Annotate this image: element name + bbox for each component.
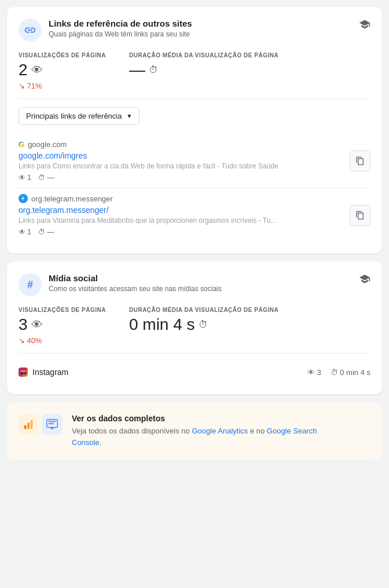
learn-icon[interactable] (359, 19, 370, 32)
social-duration-value: 0 min 4 s ⏱ (129, 315, 278, 334)
referral-domain-name-telegram: org.telegram.messenger (31, 194, 113, 203)
search-console-svg (46, 418, 58, 431)
dropdown-label: Principais links de referência (26, 112, 122, 120)
cta-title: Ver os dados completos (72, 414, 317, 423)
referral-domain-telegram: ✈ org.telegram.messenger (19, 194, 370, 203)
instagram-label: Instagram (32, 368, 68, 377)
chevron-down-icon: ▼ (126, 113, 132, 119)
svg-rect-5 (49, 423, 54, 424)
social-title-group: Mídia social Como os visitantes acessam … (49, 273, 359, 293)
copy-icon (355, 156, 365, 166)
referral-desc-google: Links para Como encontrar a cia da Web d… (19, 162, 308, 170)
referral-duration-value: — ⏱ (129, 61, 278, 79)
instagram-duration: ⏱ 0 min 4 s (331, 368, 370, 377)
instagram-name: 📷 Instagram (19, 368, 68, 377)
instagram-icon: 📷 (19, 368, 28, 377)
link-card-icon (19, 19, 42, 42)
referral-duration-metric: DURAÇÃO MÉDIA DA VISUALIZAÇÃO DE PÁGINA … (129, 52, 278, 90)
divider-2 (19, 353, 370, 354)
copy-icon-2 (355, 211, 365, 220)
link-icon (24, 24, 36, 36)
social-page-views-metric: VISUALIZAÇÕES DE PÁGINA 3 👁 ↘ 40% (19, 307, 106, 345)
svg-rect-2 (31, 420, 33, 429)
referral-dropdown-button[interactable]: Principais links de referência ▼ (19, 107, 140, 125)
social-subtitle: Como os visitantes acessam seu site nas … (49, 285, 359, 293)
referral-copy-button-google[interactable] (350, 150, 370, 171)
svg-rect-0 (24, 425, 27, 429)
referral-stats-google: 👁 1 ⏱ — (19, 174, 370, 182)
referral-duration-label: DURAÇÃO MÉDIA DA VISUALIZAÇÃO DE PÁGINA (129, 52, 278, 58)
referral-card-header: Links de referência de outros sites Quai… (19, 19, 370, 42)
referral-link-google[interactable]: google.com/imgres (19, 151, 370, 160)
cta-description: Veja todos os dados disponíveis no Googl… (72, 425, 317, 448)
referral-link-telegram[interactable]: org.telegram.messenger/ (19, 205, 370, 215)
hashtag-icon: # (27, 279, 33, 291)
eye-icon: 👁 (31, 64, 43, 77)
social-card-icon: # (19, 273, 42, 296)
search-console-icon (42, 414, 63, 435)
eye-icon-small-telegram: 👁 1 (19, 228, 31, 236)
bar-chart-icon (23, 418, 35, 431)
cta-analytics-link[interactable]: Google Analytics (192, 427, 248, 435)
social-card-header: # Mídia social Como os visitantes acessa… (19, 273, 370, 296)
referral-subtitle: Quais páginas da Web têm links para seu … (49, 30, 359, 38)
svg-rect-1 (27, 422, 30, 429)
referral-item-telegram: ✈ org.telegram.messenger org.telegram.me… (19, 188, 370, 242)
svg-rect-7 (52, 427, 53, 429)
referral-title-group: Links de referência de outros sites Quai… (49, 19, 359, 38)
social-change: ↘ 40% (19, 336, 106, 345)
social-card: # Mídia social Como os visitantes acessa… (7, 262, 382, 394)
referral-page-views-value: 2 👁 (19, 61, 106, 79)
referral-copy-button-telegram[interactable] (350, 205, 370, 226)
referral-card: Links de referência de outros sites Quai… (7, 7, 382, 253)
cta-icons (19, 414, 63, 435)
cta-desc-prefix: Veja todos os dados disponíveis no (72, 427, 192, 435)
google-g-icon: G (19, 140, 24, 149)
social-metrics-row: VISUALIZAÇÕES DE PÁGINA 3 👁 ↘ 40% DURAÇÃ… (19, 307, 370, 345)
instagram-views: 👁 3 (307, 368, 321, 377)
social-page-views-label: VISUALIZAÇÕES DE PÁGINA (19, 307, 106, 313)
eye-icon-social: 👁 (31, 318, 43, 332)
clock-icon-small: ⏱ — (38, 174, 54, 182)
cta-desc-suffix: . (100, 438, 102, 447)
referral-page-views-label: VISUALIZAÇÕES DE PÁGINA (19, 52, 106, 58)
cta-desc-middle: e no (248, 427, 267, 435)
cta-card: Ver os dados completos Veja todos os dad… (7, 402, 382, 460)
svg-rect-4 (49, 421, 56, 422)
analytics-icon (19, 414, 39, 435)
graduation-cap-icon-social (359, 273, 370, 285)
eye-icon-small: 👁 1 (19, 174, 31, 182)
clock-icon-small-telegram: ⏱ — (38, 228, 54, 236)
instagram-stats: 👁 3 ⏱ 0 min 4 s (307, 368, 370, 377)
graduation-cap-icon (359, 19, 370, 30)
social-item-instagram: 📷 Instagram 👁 3 ⏱ 0 min 4 s (19, 362, 370, 383)
referral-title: Links de referência de outros sites (49, 19, 359, 28)
social-learn-icon[interactable] (359, 273, 370, 287)
social-title: Mídia social (49, 273, 359, 283)
telegram-icon: ✈ (19, 194, 28, 203)
referral-change: ↘ 71% (19, 82, 106, 90)
social-page-views-value: 3 👁 (19, 315, 106, 334)
referral-desc-telegram: Links para Vitamina para Meditabnbo que … (19, 216, 308, 225)
cta-text: Ver os dados completos Veja todos os dad… (72, 414, 317, 448)
referral-metrics-row: VISUALIZAÇÕES DE PÁGINA 2 👁 ↘ 71% DURAÇÃ… (19, 52, 370, 90)
referral-page-views-metric: VISUALIZAÇÕES DE PÁGINA 2 👁 ↘ 71% (19, 52, 106, 90)
referral-item-google: G google.com google.com/imgres Links par… (19, 134, 370, 188)
referral-stats-telegram: 👁 1 ⏱ — (19, 228, 370, 236)
divider-1 (19, 98, 370, 99)
social-duration-label: DURAÇÃO MÉDIA DA VISUALIZAÇÃO DE PÁGINA (129, 307, 278, 313)
referral-domain-name-google: google.com (28, 140, 67, 149)
social-duration-metric: DURAÇÃO MÉDIA DA VISUALIZAÇÃO DE PÁGINA … (129, 307, 278, 345)
referral-domain-google: G google.com (19, 140, 370, 149)
